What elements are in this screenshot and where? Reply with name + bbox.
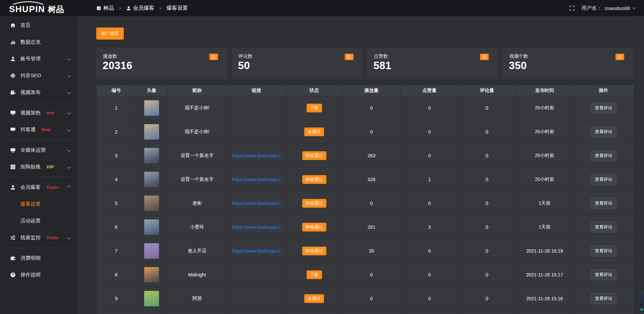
cell-action [574, 311, 634, 314]
cell-action: 查看评论 [574, 239, 634, 263]
avatar [144, 267, 159, 282]
avatar [144, 148, 159, 163]
sidebar-item-douyin-seo[interactable]: 抖音SEO [0, 67, 77, 84]
breadcrumb-separator: > [159, 6, 162, 11]
cell-plays [342, 311, 401, 314]
video-link[interactable]: https://www.iesdouyin.c [232, 153, 281, 158]
cell-link: https://www.iesdouyin.c [227, 192, 286, 215]
sidebar-item-tag: New [41, 127, 51, 132]
view-comments-button[interactable]: 查看评论 [591, 293, 616, 304]
sidebar-subitem-activity-settings[interactable]: 活动设置 [0, 212, 77, 229]
view-comments-button[interactable]: 查看评论 [591, 103, 616, 113]
cell-comments: 0 [459, 144, 516, 168]
cell-index: 9 [97, 287, 136, 311]
view-comments-button[interactable]: 查看评论 [591, 198, 616, 209]
stat-card-videos: 视频个数 350 总 [502, 48, 634, 79]
cell-likes: 0 [401, 120, 459, 144]
cell-likes: 0 [401, 263, 459, 287]
video-link[interactable]: https://www.iesdouyin.c [232, 248, 281, 254]
sidebar-item-consumption-details[interactable]: 消费明细 [0, 250, 77, 266]
cell-action: 查看评论 [574, 144, 634, 168]
sidebar-item-label: 视频发布 [20, 89, 41, 96]
cell-link [227, 96, 286, 120]
sidebar: 首页数据总览账号管理抖音SEO视频发布视频加热Hot抖客通New全媒体运营矩阵助… [0, 16, 77, 314]
sidebar-item-data-overview[interactable]: 数据总览 [0, 34, 77, 50]
logo-text-en: SHUPIN [9, 4, 45, 14]
view-comments-button[interactable]: 查看评论 [591, 150, 616, 161]
avatar [144, 196, 159, 211]
sidebar-item-member-baoke[interactable]: 会员爆客Tools [0, 179, 77, 196]
table-row: 2我不是小帅!未通过00020小时前查看评论 [97, 120, 634, 144]
sidebar-item-account-management[interactable]: 账号管理 [0, 50, 77, 67]
sidebar-item-matrix-boost[interactable]: 矩阵助推VIP [0, 158, 77, 175]
sidebar-item-video-publish[interactable]: 视频发布 [0, 84, 77, 101]
cell-avatar [136, 311, 167, 314]
logo-text-cn: 树品 [48, 5, 64, 14]
sidebar-divider [5, 140, 72, 140]
cell-likes: 0 [401, 96, 459, 120]
cell-action: 查看评论 [574, 168, 634, 192]
view-comments-button[interactable]: 查看评论 [591, 174, 616, 185]
screen-icon [10, 110, 16, 116]
user-icon [126, 6, 131, 11]
cell-nickname: 老人开店 [167, 239, 227, 263]
home-icon [10, 22, 16, 28]
sidebar-divider [5, 177, 72, 177]
table-row: 3设置一个新名字https://www.iesdouyin.c审核通过26300… [97, 144, 634, 168]
breadcrumb-item-home[interactable]: 树品 [103, 5, 114, 12]
status-badge: 审核通过 [302, 175, 326, 184]
total-badge: 总 [209, 54, 218, 60]
view-comments-button[interactable]: 查看评论 [591, 246, 616, 256]
cell-likes: 0 [401, 239, 459, 263]
floating-widget[interactable] [639, 292, 644, 312]
video-link[interactable]: https://www.iesdouyin.c [232, 224, 281, 230]
cell-avatar [136, 263, 167, 287]
promotion-settings-button[interactable]: 推广设置 [96, 28, 124, 40]
sidebar-subitem-baoke-settings[interactable]: 爆客设置 [0, 196, 77, 212]
chevron-down-icon [68, 111, 70, 114]
cell-action: 查看评论 [574, 215, 634, 239]
view-comments-button[interactable]: 查看评论 [591, 269, 616, 280]
cell-likes: 0 [401, 192, 459, 215]
view-comments-button[interactable]: 查看评论 [591, 222, 616, 232]
breadcrumb-item-parent[interactable]: 会员爆客 [133, 5, 155, 12]
sidebar-item-clue-monitoring[interactable]: 线索监控Tools [0, 229, 77, 246]
user-icon [10, 56, 16, 62]
stat-card-plays: 播放数 20316 总 [96, 48, 227, 79]
cell-index: 6 [97, 215, 136, 239]
cell-nickname: Midnight [167, 263, 227, 287]
cell-link [227, 120, 286, 144]
cell-action: 查看评论 [574, 96, 634, 120]
view-comments-button[interactable]: 查看评论 [591, 126, 616, 137]
sidebar-item-tag: Tools [46, 185, 59, 190]
cell-comments: 0 [459, 96, 516, 120]
avatar [144, 291, 159, 306]
cell-action: 查看评论 [574, 192, 634, 215]
cell-publish-time: 20小时前 [516, 168, 574, 192]
sidebar-item-home[interactable]: 首页 [0, 17, 77, 34]
sidebar-item-label: 全媒体运营 [20, 147, 46, 153]
sidebar-item-all-media-operation[interactable]: 全媒体运营 [0, 142, 77, 158]
avatar [144, 100, 159, 116]
cell-index: 8 [97, 263, 136, 287]
column-header: 播放量 [342, 85, 401, 96]
cell-likes [401, 311, 459, 314]
cell-plays: 35 [342, 239, 401, 263]
cell-action: 查看评论 [574, 120, 634, 144]
cell-plays: 0 [342, 120, 401, 144]
fullscreen-icon[interactable] [569, 5, 575, 11]
stat-card-comments: 评论数 50 总 [232, 48, 363, 79]
user-menu[interactable]: 用户名：zswodun88 [582, 5, 635, 11]
cell-action: 查看评论 [574, 287, 634, 311]
video-link[interactable]: https://www.iesdouyin.c [232, 201, 281, 206]
cell-comments: 0 [459, 168, 516, 192]
cell-publish-time: 1天前 [516, 192, 574, 215]
chevron-down-icon [68, 149, 70, 151]
sidebar-item-douketong[interactable]: 抖客通New [0, 121, 77, 138]
sidebar-item-label: 抖客通 [20, 126, 36, 133]
cell-nickname: 设置一个新名字 [167, 144, 227, 168]
sidebar-item-video-heating[interactable]: 视频加热Hot [0, 104, 77, 121]
cell-plays: 0 [342, 192, 401, 215]
video-link[interactable]: https://www.iesdouyin.c [232, 177, 281, 182]
sidebar-item-operation-guide[interactable]: ?操作说明 [0, 266, 77, 283]
